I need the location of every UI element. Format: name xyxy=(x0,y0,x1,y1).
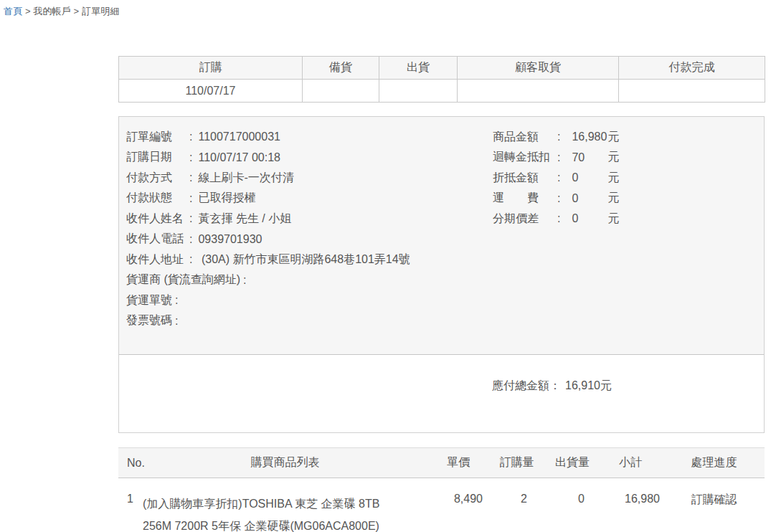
amount-label: 分期價差 xyxy=(493,212,557,227)
amount-row-shipping-fee: 運 費:0元 xyxy=(493,189,757,209)
progress-header-pickup: 顧客取貨 xyxy=(458,57,619,80)
recipient-address-value: (30A) 新竹市東區明湖路648巷101弄14號 xyxy=(198,252,410,267)
item-product-name: (加入購物車享折扣)TOSHIBA 東芝 企業碟 8TB 256M 7200R … xyxy=(140,478,430,532)
progress-header-paid: 付款完成 xyxy=(619,57,765,80)
recipient-phone-value: 0939701930 xyxy=(198,233,262,246)
progress-value-row: 110/07/17 xyxy=(119,80,765,103)
colon: : xyxy=(189,253,192,266)
info-label: 收件人姓名 xyxy=(126,212,189,227)
info-label: 付款方式 xyxy=(126,171,189,186)
colon: : xyxy=(175,315,178,328)
amount-row-installment-diff: 分期價差:0元 xyxy=(493,209,757,229)
amount-label: 運 費 xyxy=(493,191,557,206)
colon: : xyxy=(189,171,192,184)
info-row-recipient-name: 收件人姓名:黃玄揮 先生 / 小姐 xyxy=(126,209,493,229)
items-header-process-status: 處理進度 xyxy=(663,448,765,478)
shipping-fee-value: 0 xyxy=(572,192,607,205)
item-subtotal: 16,980 xyxy=(597,478,663,532)
items-header-row: No. 購買商品列表 單價 訂購量 出貨量 小計 處理進度 xyxy=(118,448,765,478)
item-ship-qty: 0 xyxy=(547,478,597,532)
info-row-order-number: 訂單編號:1100717000031 xyxy=(126,127,493,148)
items-header-subtotal: 小計 xyxy=(597,448,663,478)
progress-header-preparing: 備貨 xyxy=(303,57,379,80)
colon: : xyxy=(189,192,192,205)
order-progress-table: 訂購 備貨 出貨 顧客取貨 付款完成 110/07/17 xyxy=(118,56,765,103)
breadcrumb-link-home[interactable]: 首頁 xyxy=(4,6,22,16)
breadcrumb-separator: > xyxy=(74,6,80,16)
order-summary-box: 訂單編號:1100717000031 訂購日期:110/07/17 00:18 … xyxy=(118,116,765,433)
order-amounts-right-column: 商品金額:16,980元 迴轉金抵扣:70元 折抵金額:0元 運 費:0元 分期… xyxy=(493,127,757,331)
info-label: 發票號碼 xyxy=(126,313,172,328)
total-due-label: 應付總金額： xyxy=(492,379,561,391)
item-unit-price: 8,490 xyxy=(430,478,486,532)
progress-preparing-date xyxy=(303,80,379,103)
colon: : xyxy=(557,151,560,164)
order-info-left-column: 訂單編號:1100717000031 訂購日期:110/07/17 00:18 … xyxy=(126,127,493,331)
colon: : xyxy=(557,212,560,225)
product-name-line-2: 256M 7200R 5年保 企業硬碟(MG06ACA800E) xyxy=(143,515,430,532)
payment-method-value: 線上刷卡-一次付清 xyxy=(198,171,293,186)
info-row-recipient-address: 收件人地址: (30A) 新竹市東區明湖路648巷101弄14號 xyxy=(126,250,493,270)
total-due-value: 16,910元 xyxy=(565,379,612,391)
items-header-ship-qty: 出貨量 xyxy=(547,448,597,478)
info-label: 收件人電話 xyxy=(126,232,189,247)
colon: : xyxy=(175,294,178,307)
info-row-payment-status: 付款狀態:已取得授權 xyxy=(126,189,493,209)
info-label: 收件人地址 xyxy=(126,252,189,267)
progress-pickup-date xyxy=(458,80,619,103)
colon: : xyxy=(557,192,560,205)
amount-row-merchandise: 商品金額:16,980元 xyxy=(493,127,757,148)
info-label: 貨運單號 xyxy=(126,293,172,308)
progress-header-shipped: 出貨 xyxy=(379,57,458,80)
colon: : xyxy=(189,151,192,164)
info-label: 訂單編號 xyxy=(126,130,189,145)
items-header-unit-price: 單價 xyxy=(430,448,486,478)
currency-unit: 元 xyxy=(607,171,619,186)
info-row-order-date: 訂購日期:110/07/17 00:18 xyxy=(126,148,493,168)
info-row-carrier: 貨運商 (貨流查詢網址): xyxy=(126,270,493,291)
progress-ordered-date: 110/07/17 xyxy=(119,80,303,103)
amount-row-rebate-deduction: 迴轉金抵扣:70元 xyxy=(493,148,757,168)
colon: : xyxy=(189,212,192,225)
amount-label: 折抵金額 xyxy=(493,171,557,186)
amount-row-discount: 折抵金額:0元 xyxy=(493,168,757,189)
rebate-deduction-value: 70 xyxy=(572,151,607,164)
progress-paid-date xyxy=(619,80,765,103)
order-total-section: 應付總金額：16,910元 xyxy=(119,355,764,432)
colon: : xyxy=(189,130,192,143)
colon: : xyxy=(557,171,560,184)
recipient-name-value: 黃玄揮 先生 / 小姐 xyxy=(198,212,291,227)
progress-header-ordered: 訂購 xyxy=(119,57,303,80)
breadcrumb-item-order-detail: 訂單明細 xyxy=(82,6,119,16)
currency-unit: 元 xyxy=(607,212,619,227)
item-no: 1 xyxy=(118,478,140,532)
colon: : xyxy=(189,233,192,246)
amount-label: 商品金額 xyxy=(493,130,557,145)
info-label: 貨運商 (貨流查詢網址) xyxy=(126,272,240,288)
merchandise-amount-value: 16,980 xyxy=(572,130,607,143)
items-header-product-list: 購買商品列表 xyxy=(140,448,430,478)
items-header-no: No. xyxy=(118,448,140,478)
payment-status-value: 已取得授權 xyxy=(198,191,255,206)
discount-amount-value: 0 xyxy=(572,171,607,184)
product-name-line-1: (加入購物車享折扣)TOSHIBA 東芝 企業碟 8TB xyxy=(143,493,430,515)
order-number-value: 1100717000031 xyxy=(198,130,280,143)
info-label: 訂購日期 xyxy=(126,150,189,165)
colon: : xyxy=(557,130,560,143)
info-row-tracking-number: 貨運單號: xyxy=(126,290,493,311)
item-process-status: 訂購確認 xyxy=(663,478,765,532)
amount-label: 迴轉金抵扣 xyxy=(493,150,557,165)
item-row: 1 (加入購物車享折扣)TOSHIBA 東芝 企業碟 8TB 256M 7200… xyxy=(118,478,765,532)
breadcrumb-item-my-account[interactable]: 我的帳戶 xyxy=(34,6,71,16)
item-order-qty: 2 xyxy=(486,478,547,532)
breadcrumb: 首頁>我的帳戶>訂單明細 xyxy=(0,0,771,17)
installment-diff-value: 0 xyxy=(572,212,607,225)
info-row-invoice-number: 發票號碼: xyxy=(126,311,493,332)
purchased-items-table: No. 購買商品列表 單價 訂購量 出貨量 小計 處理進度 1 (加入購物車享折… xyxy=(118,447,765,532)
order-details-panel: 訂單編號:1100717000031 訂購日期:110/07/17 00:18 … xyxy=(119,117,764,355)
breadcrumb-separator: > xyxy=(25,6,31,16)
info-row-payment-method: 付款方式:線上刷卡-一次付清 xyxy=(126,168,493,189)
progress-shipped-date xyxy=(379,80,458,103)
colon: : xyxy=(243,274,246,287)
progress-header-row: 訂購 備貨 出貨 顧客取貨 付款完成 xyxy=(119,57,765,80)
